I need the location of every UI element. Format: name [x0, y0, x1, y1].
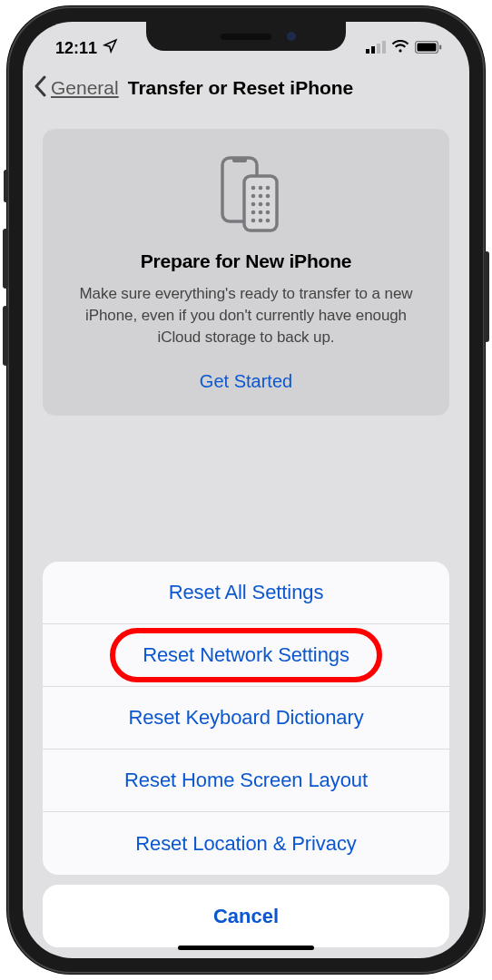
svg-rect-3 [382, 41, 386, 54]
power-button [484, 251, 489, 342]
svg-rect-0 [366, 49, 369, 54]
svg-rect-1 [371, 46, 375, 54]
svg-point-14 [259, 194, 263, 199]
cellular-signal-icon [366, 39, 386, 58]
back-chevron-icon[interactable] [34, 74, 47, 102]
back-button-label[interactable]: General [51, 77, 119, 99]
phone-frame: 12:11 [7, 6, 485, 974]
sheet-item-label: Reset Home Screen Layout [124, 769, 368, 792]
status-time: 12:11 [55, 39, 97, 58]
svg-rect-5 [418, 43, 437, 51]
prepare-description: Make sure everything's ready to transfer… [63, 283, 429, 348]
reset-location-privacy[interactable]: Reset Location & Privacy [43, 812, 449, 875]
location-arrow-icon [103, 38, 118, 58]
svg-point-21 [266, 211, 271, 215]
sheet-item-label: Reset Keyboard Dictionary [128, 706, 363, 730]
mute-switch [4, 170, 8, 202]
wifi-icon [391, 39, 409, 58]
svg-point-20 [259, 211, 263, 215]
svg-point-10 [251, 186, 256, 191]
prepare-card: Prepare for New iPhone Make sure everyth… [43, 129, 449, 416]
nav-bar: General Transfer or Reset iPhone [23, 65, 469, 111]
svg-point-22 [251, 219, 256, 223]
reset-keyboard-dictionary[interactable]: Reset Keyboard Dictionary [43, 687, 449, 750]
svg-point-17 [259, 202, 263, 207]
svg-rect-8 [232, 158, 247, 162]
reset-all-settings[interactable]: Reset All Settings [43, 562, 449, 624]
prepare-title: Prepare for New iPhone [63, 250, 429, 272]
page-title: Transfer or Reset iPhone [128, 77, 354, 99]
notch [146, 22, 346, 51]
svg-rect-2 [377, 44, 380, 54]
svg-point-11 [259, 186, 263, 191]
status-left: 12:11 [55, 38, 118, 58]
svg-point-23 [259, 219, 263, 223]
status-right [366, 39, 442, 58]
action-sheet-container: Reset All Settings Reset Network Setting… [43, 562, 449, 958]
screen: 12:11 [23, 22, 469, 958]
svg-point-18 [266, 202, 271, 207]
sheet-item-label: Reset Network Settings [143, 643, 349, 667]
svg-point-24 [266, 219, 271, 223]
home-indicator[interactable] [178, 946, 314, 950]
volume-down-button [3, 306, 8, 366]
volume-up-button [3, 229, 8, 289]
reset-network-settings[interactable]: Reset Network Settings [43, 624, 449, 687]
battery-icon [415, 39, 442, 58]
reset-home-screen-layout[interactable]: Reset Home Screen Layout [43, 750, 449, 812]
svg-point-15 [266, 194, 271, 199]
content-area: Prepare for New iPhone Make sure everyth… [23, 111, 469, 958]
sheet-item-label: Reset Location & Privacy [135, 832, 356, 856]
get-started-button[interactable]: Get Started [63, 371, 429, 392]
svg-point-12 [266, 186, 271, 191]
reset-action-sheet: Reset All Settings Reset Network Setting… [43, 562, 449, 875]
sheet-item-label: Reset All Settings [169, 581, 324, 604]
svg-point-19 [251, 211, 256, 215]
svg-point-16 [251, 202, 256, 207]
svg-point-13 [251, 194, 256, 199]
svg-rect-6 [439, 44, 441, 49]
cancel-label: Cancel [213, 905, 279, 928]
devices-icon [63, 154, 429, 234]
cancel-button[interactable]: Cancel [43, 885, 449, 947]
